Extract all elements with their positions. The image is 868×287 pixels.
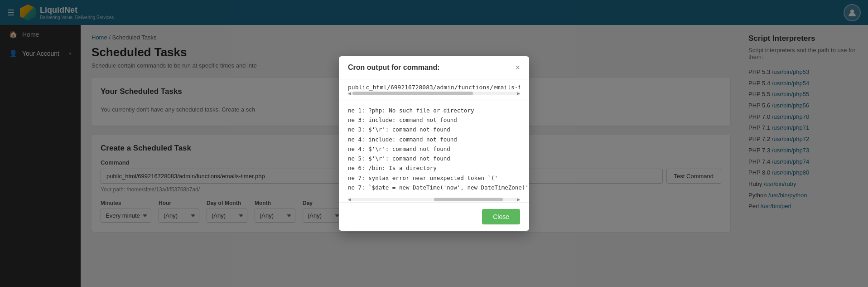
modal-horizontal-scrollbar[interactable]: ◀ ▶	[348, 92, 520, 95]
cron-output: ne 1: ?php: No such file or directory ne…	[348, 106, 520, 192]
modal-body: ne 1: ?php: No such file or directory ne…	[339, 101, 529, 197]
cron-output-modal: Cron output for command: × public_html/6…	[339, 56, 529, 231]
scroll-bottom-left-arrow[interactable]: ◀	[348, 197, 351, 202]
modal-overlay[interactable]: Cron output for command: × public_html/6…	[0, 0, 868, 287]
modal-header: Cron output for command: ×	[339, 56, 529, 79]
scroll-bottom-right-arrow[interactable]: ▶	[517, 197, 520, 202]
scroll-right-arrow[interactable]: ▶	[517, 91, 520, 96]
modal-command-bar: public_html/699216728083/admin/functions…	[339, 79, 529, 101]
modal-footer: Close	[339, 202, 529, 231]
modal-close-button[interactable]: ×	[515, 63, 520, 72]
scrollbar-thumb	[352, 92, 473, 95]
scroll-left-arrow[interactable]: ◀	[348, 91, 351, 96]
modal-command-path: public_html/699216728083/admin/functions…	[348, 84, 520, 91]
bottom-scrollbar-thumb	[434, 198, 503, 201]
modal-bottom-scrollbar[interactable]: ◀ ▶	[348, 198, 520, 201]
modal-title: Cron output for command:	[348, 63, 440, 72]
close-modal-button[interactable]: Close	[482, 209, 520, 224]
